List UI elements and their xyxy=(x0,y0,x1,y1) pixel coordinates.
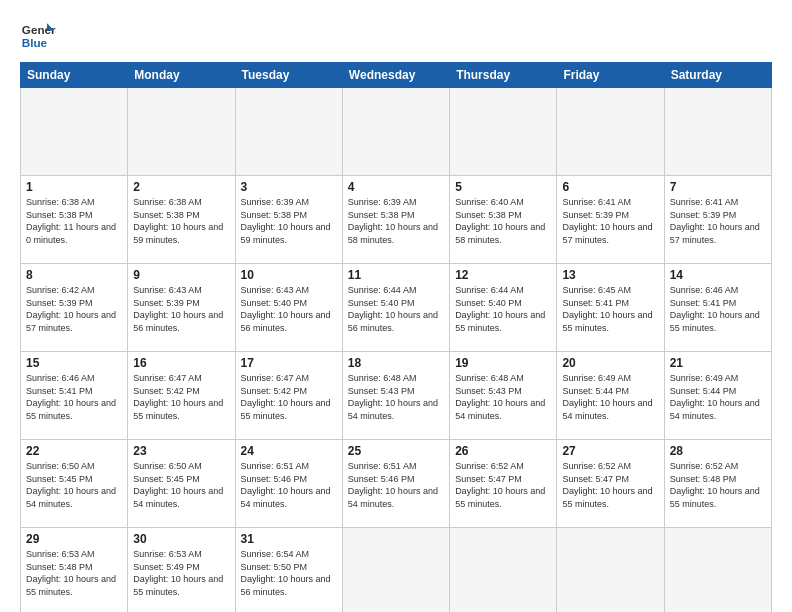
day-info: Sunrise: 6:41 AMSunset: 5:39 PMDaylight:… xyxy=(562,196,658,246)
day-number: 6 xyxy=(562,180,658,194)
calendar-cell: 4Sunrise: 6:39 AMSunset: 5:38 PMDaylight… xyxy=(342,176,449,264)
day-number: 18 xyxy=(348,356,444,370)
day-number: 3 xyxy=(241,180,337,194)
day-info: Sunrise: 6:47 AMSunset: 5:42 PMDaylight:… xyxy=(133,372,229,422)
calendar-cell: 14Sunrise: 6:46 AMSunset: 5:41 PMDayligh… xyxy=(664,264,771,352)
calendar-cell: 10Sunrise: 6:43 AMSunset: 5:40 PMDayligh… xyxy=(235,264,342,352)
calendar-cell: 5Sunrise: 6:40 AMSunset: 5:38 PMDaylight… xyxy=(450,176,557,264)
calendar-cell: 19Sunrise: 6:48 AMSunset: 5:43 PMDayligh… xyxy=(450,352,557,440)
day-info: Sunrise: 6:41 AMSunset: 5:39 PMDaylight:… xyxy=(670,196,766,246)
day-info: Sunrise: 6:52 AMSunset: 5:48 PMDaylight:… xyxy=(670,460,766,510)
calendar-cell: 26Sunrise: 6:52 AMSunset: 5:47 PMDayligh… xyxy=(450,440,557,528)
calendar-cell: 28Sunrise: 6:52 AMSunset: 5:48 PMDayligh… xyxy=(664,440,771,528)
logo-icon: General Blue xyxy=(20,16,56,52)
calendar-cell xyxy=(664,528,771,613)
day-number: 1 xyxy=(26,180,122,194)
day-number: 12 xyxy=(455,268,551,282)
day-number: 22 xyxy=(26,444,122,458)
calendar-cell: 23Sunrise: 6:50 AMSunset: 5:45 PMDayligh… xyxy=(128,440,235,528)
calendar-cell: 7Sunrise: 6:41 AMSunset: 5:39 PMDaylight… xyxy=(664,176,771,264)
calendar-cell: 22Sunrise: 6:50 AMSunset: 5:45 PMDayligh… xyxy=(21,440,128,528)
calendar-table: SundayMondayTuesdayWednesdayThursdayFrid… xyxy=(20,62,772,612)
day-info: Sunrise: 6:44 AMSunset: 5:40 PMDaylight:… xyxy=(348,284,444,334)
day-number: 29 xyxy=(26,532,122,546)
calendar-cell xyxy=(557,88,664,176)
calendar-cell: 20Sunrise: 6:49 AMSunset: 5:44 PMDayligh… xyxy=(557,352,664,440)
day-info: Sunrise: 6:50 AMSunset: 5:45 PMDaylight:… xyxy=(26,460,122,510)
calendar-cell: 25Sunrise: 6:51 AMSunset: 5:46 PMDayligh… xyxy=(342,440,449,528)
calendar-cell: 15Sunrise: 6:46 AMSunset: 5:41 PMDayligh… xyxy=(21,352,128,440)
day-number: 19 xyxy=(455,356,551,370)
day-number: 7 xyxy=(670,180,766,194)
col-header-sunday: Sunday xyxy=(21,63,128,88)
day-info: Sunrise: 6:53 AMSunset: 5:49 PMDaylight:… xyxy=(133,548,229,598)
day-number: 16 xyxy=(133,356,229,370)
calendar-cell: 2Sunrise: 6:38 AMSunset: 5:38 PMDaylight… xyxy=(128,176,235,264)
day-number: 30 xyxy=(133,532,229,546)
day-info: Sunrise: 6:43 AMSunset: 5:39 PMDaylight:… xyxy=(133,284,229,334)
day-info: Sunrise: 6:46 AMSunset: 5:41 PMDaylight:… xyxy=(26,372,122,422)
header: General Blue xyxy=(20,16,772,52)
day-number: 20 xyxy=(562,356,658,370)
day-number: 24 xyxy=(241,444,337,458)
calendar-cell: 17Sunrise: 6:47 AMSunset: 5:42 PMDayligh… xyxy=(235,352,342,440)
day-number: 11 xyxy=(348,268,444,282)
svg-text:Blue: Blue xyxy=(22,36,48,49)
calendar-cell: 16Sunrise: 6:47 AMSunset: 5:42 PMDayligh… xyxy=(128,352,235,440)
day-number: 8 xyxy=(26,268,122,282)
calendar-cell xyxy=(450,88,557,176)
day-info: Sunrise: 6:43 AMSunset: 5:40 PMDaylight:… xyxy=(241,284,337,334)
day-info: Sunrise: 6:52 AMSunset: 5:47 PMDaylight:… xyxy=(562,460,658,510)
calendar-cell xyxy=(128,88,235,176)
calendar-cell: 12Sunrise: 6:44 AMSunset: 5:40 PMDayligh… xyxy=(450,264,557,352)
day-number: 26 xyxy=(455,444,551,458)
day-info: Sunrise: 6:40 AMSunset: 5:38 PMDaylight:… xyxy=(455,196,551,246)
calendar-cell: 24Sunrise: 6:51 AMSunset: 5:46 PMDayligh… xyxy=(235,440,342,528)
day-info: Sunrise: 6:39 AMSunset: 5:38 PMDaylight:… xyxy=(241,196,337,246)
week-row-6: 29Sunrise: 6:53 AMSunset: 5:48 PMDayligh… xyxy=(21,528,772,613)
day-number: 5 xyxy=(455,180,551,194)
day-number: 15 xyxy=(26,356,122,370)
day-number: 31 xyxy=(241,532,337,546)
week-row-4: 15Sunrise: 6:46 AMSunset: 5:41 PMDayligh… xyxy=(21,352,772,440)
day-info: Sunrise: 6:54 AMSunset: 5:50 PMDaylight:… xyxy=(241,548,337,598)
day-number: 14 xyxy=(670,268,766,282)
day-info: Sunrise: 6:39 AMSunset: 5:38 PMDaylight:… xyxy=(348,196,444,246)
calendar-cell: 31Sunrise: 6:54 AMSunset: 5:50 PMDayligh… xyxy=(235,528,342,613)
day-number: 4 xyxy=(348,180,444,194)
calendar-cell xyxy=(664,88,771,176)
day-info: Sunrise: 6:49 AMSunset: 5:44 PMDaylight:… xyxy=(670,372,766,422)
day-info: Sunrise: 6:38 AMSunset: 5:38 PMDaylight:… xyxy=(26,196,122,246)
calendar-cell xyxy=(342,88,449,176)
day-info: Sunrise: 6:46 AMSunset: 5:41 PMDaylight:… xyxy=(670,284,766,334)
calendar-cell: 18Sunrise: 6:48 AMSunset: 5:43 PMDayligh… xyxy=(342,352,449,440)
week-row-3: 8Sunrise: 6:42 AMSunset: 5:39 PMDaylight… xyxy=(21,264,772,352)
col-header-wednesday: Wednesday xyxy=(342,63,449,88)
calendar-cell xyxy=(450,528,557,613)
header-row: SundayMondayTuesdayWednesdayThursdayFrid… xyxy=(21,63,772,88)
calendar-cell: 11Sunrise: 6:44 AMSunset: 5:40 PMDayligh… xyxy=(342,264,449,352)
calendar-cell: 6Sunrise: 6:41 AMSunset: 5:39 PMDaylight… xyxy=(557,176,664,264)
calendar-cell xyxy=(342,528,449,613)
col-header-monday: Monday xyxy=(128,63,235,88)
day-number: 17 xyxy=(241,356,337,370)
logo: General Blue xyxy=(20,16,56,52)
calendar-cell: 9Sunrise: 6:43 AMSunset: 5:39 PMDaylight… xyxy=(128,264,235,352)
day-info: Sunrise: 6:51 AMSunset: 5:46 PMDaylight:… xyxy=(348,460,444,510)
col-header-saturday: Saturday xyxy=(664,63,771,88)
calendar-cell xyxy=(235,88,342,176)
day-number: 21 xyxy=(670,356,766,370)
calendar-cell: 21Sunrise: 6:49 AMSunset: 5:44 PMDayligh… xyxy=(664,352,771,440)
week-row-5: 22Sunrise: 6:50 AMSunset: 5:45 PMDayligh… xyxy=(21,440,772,528)
week-row-2: 1Sunrise: 6:38 AMSunset: 5:38 PMDaylight… xyxy=(21,176,772,264)
calendar-cell: 3Sunrise: 6:39 AMSunset: 5:38 PMDaylight… xyxy=(235,176,342,264)
day-number: 28 xyxy=(670,444,766,458)
day-info: Sunrise: 6:51 AMSunset: 5:46 PMDaylight:… xyxy=(241,460,337,510)
day-info: Sunrise: 6:47 AMSunset: 5:42 PMDaylight:… xyxy=(241,372,337,422)
day-info: Sunrise: 6:48 AMSunset: 5:43 PMDaylight:… xyxy=(455,372,551,422)
calendar-page: General Blue SundayMondayTuesdayWednesda… xyxy=(0,0,792,612)
week-row-1 xyxy=(21,88,772,176)
day-number: 25 xyxy=(348,444,444,458)
calendar-cell: 30Sunrise: 6:53 AMSunset: 5:49 PMDayligh… xyxy=(128,528,235,613)
day-number: 23 xyxy=(133,444,229,458)
